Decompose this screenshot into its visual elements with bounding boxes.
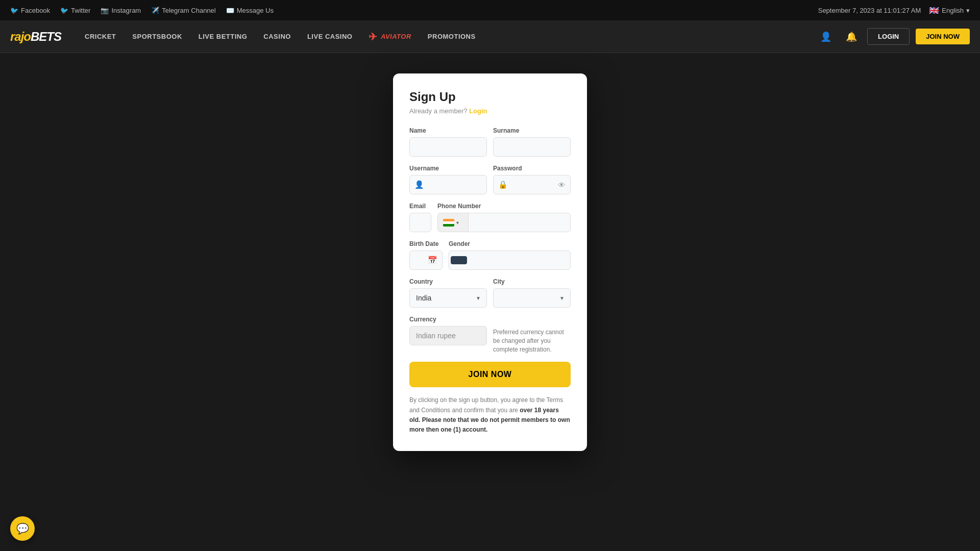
language-label: English bbox=[942, 7, 964, 14]
phone-number-input[interactable] bbox=[469, 213, 570, 232]
nav-promotions[interactable]: PROMOTIONS bbox=[420, 20, 484, 53]
nav-live-betting[interactable]: LIVE BETTING bbox=[190, 20, 256, 53]
password-input-wrapper: 🔒 👁 bbox=[493, 175, 571, 194]
email-group: Email bbox=[409, 203, 431, 232]
country-city-row: Country India City bbox=[409, 278, 571, 308]
navbar: rajoBETS CRICKET SPORTSBOOK LIVE BETTING… bbox=[0, 20, 980, 53]
logo-part2: BETS bbox=[31, 30, 61, 43]
username-label: Username bbox=[409, 165, 487, 172]
birthdate-gender-row: Birth Date 📅 Gender bbox=[409, 240, 571, 270]
message-link[interactable]: ✉️ Message Us bbox=[226, 7, 274, 14]
currency-input bbox=[409, 326, 487, 345]
nav-cricket[interactable]: CRICKET bbox=[77, 20, 124, 53]
country-label: Country bbox=[409, 278, 487, 285]
username-password-row: Username 👤 Password 🔒 👁 bbox=[409, 165, 571, 194]
password-group: Password 🔒 👁 bbox=[493, 165, 571, 194]
message-icon: ✉️ bbox=[226, 7, 234, 14]
twitter-link[interactable]: 🐦 Twitter bbox=[60, 7, 90, 14]
eye-icon[interactable]: 👁 bbox=[558, 181, 566, 189]
email-phone-row: Email Phone Number ▾ bbox=[409, 203, 571, 232]
flag-icon: 🇬🇧 bbox=[929, 6, 939, 15]
instagram-icon: 📷 bbox=[101, 7, 109, 14]
instagram-link[interactable]: 📷 Instagram bbox=[101, 7, 141, 14]
user-icon: 👤 bbox=[414, 180, 424, 189]
twitter-icon: 🐦 bbox=[60, 7, 68, 14]
country-group: Country India bbox=[409, 278, 487, 308]
nav-sportsbook[interactable]: SPORTSBOOK bbox=[124, 20, 190, 53]
nav-aviator[interactable]: ✈ AVIATOR bbox=[360, 20, 419, 53]
already-member-text: Already a member? bbox=[409, 107, 467, 115]
currency-row: Currency Preferred currency cannot be ch… bbox=[409, 316, 571, 354]
logo[interactable]: rajoBETS bbox=[10, 30, 61, 44]
username-input-wrapper: 👤 bbox=[409, 175, 487, 194]
country-select[interactable]: India bbox=[409, 288, 487, 308]
email-label: Email bbox=[409, 203, 431, 210]
join-now-button[interactable]: Join Now bbox=[409, 362, 571, 387]
email-input[interactable] bbox=[409, 213, 431, 232]
nav-right: 👤 🔔 LOGIN JOIN NOW bbox=[816, 27, 970, 46]
birthdate-input-wrapper: 📅 bbox=[409, 251, 443, 270]
login-button[interactable]: LOGIN bbox=[867, 28, 910, 45]
birthdate-label: Birth Date bbox=[409, 240, 443, 247]
nav-live-casino[interactable]: LIVE CASINO bbox=[299, 20, 361, 53]
phone-input-wrapper: ▾ bbox=[437, 213, 571, 232]
city-select[interactable] bbox=[493, 288, 571, 308]
twitter-label: Twitter bbox=[71, 7, 90, 14]
user-icon-button[interactable]: 👤 bbox=[816, 27, 836, 46]
currency-label: Currency bbox=[409, 316, 487, 323]
page-content: Sign Up Already a member? Login Name Sur… bbox=[0, 53, 980, 551]
name-label: Name bbox=[409, 127, 487, 134]
name-surname-row: Name Surname bbox=[409, 127, 571, 157]
top-bar: 🐦 Facebook 🐦 Twitter 📷 Instagram ✈️ Tele… bbox=[0, 0, 980, 20]
chevron-down-icon: ▾ bbox=[966, 7, 970, 14]
city-select-wrapper bbox=[493, 288, 571, 308]
username-group: Username 👤 bbox=[409, 165, 487, 194]
aviator-icon: ✈ bbox=[369, 31, 378, 43]
name-group: Name bbox=[409, 127, 487, 157]
telegram-link[interactable]: ✈️ Telegram Channel bbox=[151, 7, 216, 14]
nav-join-now-button[interactable]: JOIN NOW bbox=[916, 29, 970, 44]
facebook-link[interactable]: 🐦 Facebook bbox=[10, 7, 50, 14]
city-group: City bbox=[493, 278, 571, 308]
phone-group: Phone Number ▾ bbox=[437, 203, 571, 232]
calendar-icon[interactable]: 📅 bbox=[428, 256, 437, 265]
surname-group: Surname bbox=[493, 127, 571, 157]
signup-subtitle: Already a member? Login bbox=[409, 107, 571, 115]
gender-input[interactable] bbox=[469, 251, 570, 269]
lock-icon: 🔒 bbox=[498, 180, 508, 189]
gender-label: Gender bbox=[449, 240, 571, 247]
chat-button[interactable]: 💬 bbox=[10, 516, 35, 541]
terms-text: By clicking on the sign up button, you a… bbox=[409, 395, 571, 435]
surname-input[interactable] bbox=[493, 137, 571, 157]
phone-country-select[interactable]: ▾ bbox=[438, 213, 469, 232]
terms-bold-account: Please note that we do not permit member… bbox=[409, 416, 570, 433]
logo-text: rajoBETS bbox=[10, 30, 61, 44]
gender-toggle-button[interactable] bbox=[451, 256, 467, 264]
india-flag-icon bbox=[443, 219, 454, 227]
nav-casino[interactable]: CASINO bbox=[255, 20, 299, 53]
birthdate-group: Birth Date 📅 bbox=[409, 240, 443, 270]
telegram-icon: ✈️ bbox=[151, 7, 159, 14]
instagram-label: Instagram bbox=[111, 7, 141, 14]
nav-links: CRICKET SPORTSBOOK LIVE BETTING CASINO L… bbox=[77, 20, 816, 53]
login-link[interactable]: Login bbox=[469, 107, 487, 115]
currency-group: Currency bbox=[409, 316, 487, 345]
country-select-wrapper: India bbox=[409, 288, 487, 308]
signup-title: Sign Up bbox=[409, 90, 571, 104]
currency-note: Preferred currency cannot be changed aft… bbox=[493, 316, 571, 354]
chat-icon: 💬 bbox=[16, 522, 29, 535]
notification-bell-button[interactable]: 🔔 bbox=[842, 27, 861, 46]
birthdate-input[interactable] bbox=[409, 251, 443, 270]
surname-label: Surname bbox=[493, 127, 571, 134]
facebook-label: Facebook bbox=[21, 7, 50, 14]
phone-label: Phone Number bbox=[437, 203, 571, 210]
social-links: 🐦 Facebook 🐦 Twitter 📷 Instagram ✈️ Tele… bbox=[10, 7, 274, 14]
gender-select-wrapper bbox=[449, 251, 571, 270]
facebook-icon: 🐦 bbox=[10, 7, 18, 14]
gender-group: Gender bbox=[449, 240, 571, 270]
language-selector[interactable]: 🇬🇧 English ▾ bbox=[929, 6, 970, 15]
logo-part1: rajo bbox=[10, 30, 31, 43]
phone-dropdown-arrow: ▾ bbox=[456, 220, 459, 226]
name-input[interactable] bbox=[409, 137, 487, 157]
city-label: City bbox=[493, 278, 571, 285]
